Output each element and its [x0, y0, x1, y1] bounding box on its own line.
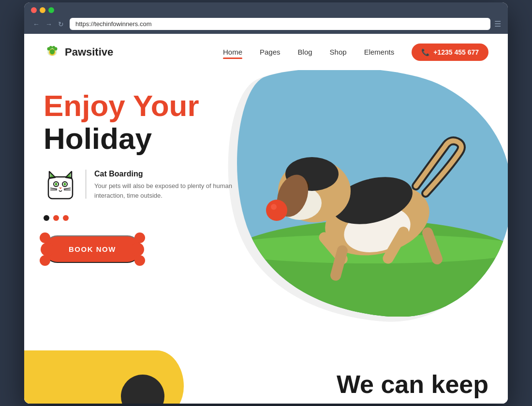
website-content: Pawsitive Home Pages Blog Shop Elements … — [24, 34, 508, 404]
svg-point-5 — [49, 46, 52, 49]
hero-section: Enjoy Your Holiday — [24, 70, 508, 346]
hero-title-line1: Enjoy Your — [44, 89, 199, 122]
slide-dot-3[interactable] — [63, 215, 69, 221]
cat-icon — [44, 170, 77, 203]
book-now-button[interactable]: BOOK NOW — [44, 235, 141, 263]
slide-indicators — [44, 215, 237, 221]
paw-icon — [44, 42, 61, 62]
slide-dot-1[interactable] — [44, 215, 49, 221]
svg-point-36 — [271, 204, 277, 210]
navigation: Pawsitive Home Pages Blog Shop Elements … — [24, 34, 508, 70]
svg-point-14 — [55, 183, 58, 186]
feature-title: Cat Boarding — [94, 170, 237, 178]
browser-toolbar: ← → ↻ ☰ — [31, 18, 501, 34]
refresh-button[interactable]: ↻ — [56, 19, 66, 29]
browser-nav-buttons: ← → ↻ — [31, 19, 66, 29]
dog-scene — [237, 70, 508, 317]
feature-text: Cat Boarding Your pets will also be expo… — [94, 170, 237, 200]
bone-tr — [134, 232, 145, 243]
bone-bl — [40, 255, 50, 266]
svg-point-35 — [266, 200, 287, 221]
svg-point-15 — [64, 183, 66, 186]
hero-image-area — [237, 70, 508, 321]
slide-dot-2[interactable] — [53, 215, 59, 221]
dot-yellow[interactable] — [40, 7, 45, 13]
feature-description: Your pets will also be exposed to plenty… — [94, 181, 237, 200]
feature-card: Cat Boarding Your pets will also be expo… — [44, 170, 237, 203]
hero-title: Enjoy Your Holiday — [44, 89, 237, 155]
nav-elements[interactable]: Elements — [364, 48, 395, 56]
dot-green[interactable] — [48, 7, 54, 13]
svg-point-6 — [52, 46, 55, 49]
we-can-keep-text: We can keep — [337, 370, 488, 399]
browser-chrome: ← → ↻ ☰ — [24, 2, 508, 34]
back-button[interactable]: ← — [31, 19, 42, 29]
phone-icon: 📞 — [421, 48, 429, 56]
nav-home[interactable]: Home — [223, 48, 242, 56]
browser-menu-icon[interactable]: ☰ — [494, 19, 501, 29]
svg-point-2 — [50, 49, 55, 55]
svg-line-16 — [50, 188, 57, 189]
nav-blog[interactable]: Blog — [298, 48, 312, 56]
hero-content: Enjoy Your Holiday — [24, 80, 256, 282]
address-bar[interactable] — [70, 18, 490, 30]
phone-button[interactable]: 📞 +1235 455 677 — [412, 44, 488, 61]
logo: Pawsitive — [44, 42, 113, 62]
book-button-label: BOOK NOW — [69, 245, 116, 253]
book-button-wrapper: BOOK NOW — [44, 235, 141, 263]
phone-number: +1235 455 677 — [433, 48, 479, 56]
nav-pages[interactable]: Pages — [260, 48, 281, 56]
dot-red[interactable] — [31, 7, 37, 13]
hero-title-line2: Holiday — [44, 122, 152, 155]
svg-line-18 — [64, 188, 71, 189]
bone-br — [134, 255, 145, 266]
bone-tl — [40, 232, 50, 243]
bottom-section: We can keep — [24, 346, 508, 404]
browser-window: ← → ↻ ☰ — [24, 2, 508, 404]
forward-button[interactable]: → — [44, 19, 54, 29]
logo-text: Pawsitive — [65, 46, 113, 58]
nav-shop[interactable]: Shop — [330, 48, 347, 56]
nav-links: Home Pages Blog Shop Elements 📞 +1235 45… — [223, 44, 488, 61]
feature-divider — [85, 170, 87, 199]
browser-dots — [31, 7, 501, 13]
